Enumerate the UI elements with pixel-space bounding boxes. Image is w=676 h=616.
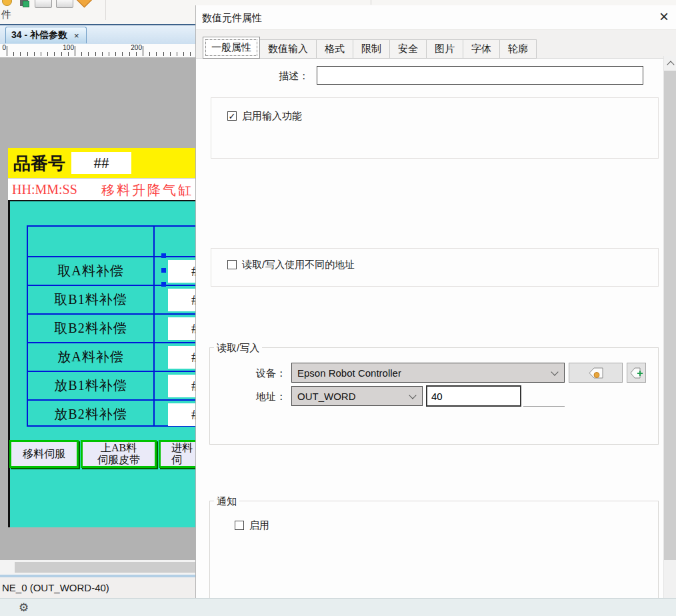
gear-icon[interactable]: ⚙	[19, 601, 29, 615]
device-dropdown[interactable]: Epson Robot Controller	[291, 363, 565, 383]
notification-legend: 通知	[214, 495, 239, 508]
selection-handle[interactable]	[161, 282, 166, 287]
ruler-tick	[13, 52, 14, 56]
tag-edit-icon	[588, 367, 604, 379]
part-number-value: ##	[94, 155, 109, 172]
document-tab[interactable]: 34 - 补偿参数 ×	[5, 27, 87, 43]
ruler-tick	[68, 52, 69, 56]
enable-input-group: ✓ 启用输入功能	[211, 97, 659, 159]
dialog-tabbar: 一般属性数值输入格式限制安全图片字体轮廓	[203, 37, 537, 59]
notification-enable-checkbox[interactable]	[235, 521, 244, 530]
read-write-group: 读取/写入 设备： Epson Robot Controller 地址：	[209, 347, 659, 445]
menu-label[interactable]: 件	[1, 9, 11, 21]
description-label: 描述：	[256, 70, 309, 83]
dialog-tab-7[interactable]: 轮廓	[500, 39, 537, 59]
toolbar-button-icon[interactable]	[56, 0, 73, 8]
ruler-tick	[41, 52, 41, 56]
horizontal-scrollbar[interactable]	[0, 560, 196, 575]
part-number-field[interactable]: ##	[71, 152, 131, 174]
hmi-row-label: 取B1料补偿	[28, 286, 153, 313]
dialog-tab-label: 图片	[435, 43, 455, 55]
selection-handle[interactable]	[161, 268, 166, 273]
hmi-row-label: 放B2料补偿	[28, 401, 153, 428]
ruler-tick	[61, 52, 62, 56]
hmi-button[interactable]: 上AB料伺服皮带	[81, 440, 157, 468]
tag-add-icon	[630, 367, 643, 379]
hmi-button-label: 伺服皮带	[97, 454, 140, 466]
dialog-tab-1[interactable]: 数值输入	[260, 39, 317, 59]
address-value-input[interactable]	[426, 385, 521, 407]
horizontal-ruler: 0100200	[0, 44, 196, 58]
chevron-down-icon	[409, 391, 416, 399]
ruler-tick	[88, 52, 89, 56]
properties-dialog: 数值元件属性 × 一般属性数值输入格式限制安全图片字体轮廓 描述： ✓ 启用输入…	[195, 5, 676, 616]
hmi-button[interactable]: 移料伺服	[9, 440, 79, 468]
chevron-up-icon	[667, 61, 674, 68]
status-bar: NE_0 (OUT_WORD-40)	[0, 577, 196, 598]
edit-device-button[interactable]	[569, 363, 623, 383]
dialog-tab-0[interactable]: 一般属性	[203, 37, 260, 59]
ruler-tick	[129, 52, 130, 56]
dialog-tab-label: 一般属性	[211, 41, 251, 54]
selection-handle[interactable]	[161, 253, 166, 258]
ruler-tick	[27, 52, 28, 56]
dialog-tab-2[interactable]: 格式	[317, 39, 353, 59]
address-type-dropdown[interactable]: OUT_WORD	[291, 386, 423, 406]
ruler-tick	[136, 52, 137, 56]
different-address-group: 读取/写入使用不同的地址	[211, 248, 659, 287]
description-input[interactable]	[317, 66, 643, 85]
toolbar-circle-icon[interactable]	[2, 0, 12, 6]
enable-input-checkbox[interactable]: ✓	[227, 111, 237, 121]
dialog-tab-5[interactable]: 图片	[427, 39, 463, 59]
vertical-scrollbar-thumb[interactable]	[664, 71, 676, 560]
ruler-tick-label: 100	[63, 44, 75, 51]
different-address-label: 读取/写入使用不同的地址	[242, 259, 355, 271]
dialog-tab-label: 格式	[325, 43, 345, 55]
ruler-tick-label: 200	[131, 44, 143, 51]
hmi-button-label: 进料	[171, 442, 193, 454]
document-tab-label: 34 - 补偿参数	[11, 29, 67, 41]
dialog-tab-label: 安全	[398, 43, 418, 55]
different-address-checkbox[interactable]	[227, 260, 237, 269]
ruler-tick	[170, 52, 171, 56]
hmi-button-label: 上AB料	[101, 442, 137, 454]
dialog-tab-3[interactable]: 限制	[353, 39, 390, 59]
ruler-tick	[163, 52, 164, 56]
tab-close-icon[interactable]: ×	[74, 31, 79, 41]
read-write-legend: 读取/写入	[214, 342, 262, 355]
close-icon[interactable]: ×	[659, 7, 669, 26]
toolbar-diamond-icon[interactable]	[76, 0, 92, 8]
address-type-value: OUT_WORD	[292, 391, 356, 402]
ruler-tick	[156, 52, 157, 56]
dialog-tab-6[interactable]: 字体	[463, 39, 500, 59]
scrollbar-up-button[interactable]	[664, 56, 676, 71]
dialog-tab-4[interactable]: 安全	[390, 39, 427, 59]
ruler-tick	[190, 52, 191, 56]
hmi-row-label: 取B2料补偿	[28, 315, 153, 342]
toolbar-separator	[105, 0, 106, 20]
dialog-tab-label: 限制	[361, 43, 381, 55]
add-device-button[interactable]	[627, 363, 646, 383]
hmi-button-label: 伺	[171, 454, 182, 466]
device-label: 设备：	[230, 367, 286, 380]
ruler-tick	[7, 46, 7, 56]
chevron-down-icon	[551, 368, 558, 375]
clock-text: HH:MM:SS	[12, 182, 77, 197]
screen: 件 34 - 补偿参数 × 0100200 品番号： ## HH:MM:SS 移…	[0, 0, 676, 616]
toolbar-element-icon[interactable]	[20, 0, 28, 6]
hmi-row-label: 取A料补偿	[28, 257, 153, 285]
notification-enable-label: 启用	[249, 519, 269, 532]
ruler-tick	[109, 52, 109, 56]
ruler-tick	[34, 52, 35, 56]
device-dropdown-value: Epson Robot Controller	[292, 367, 401, 379]
ruler-tick	[81, 52, 82, 56]
ruler-tick-label: 0	[2, 44, 7, 51]
vertical-scrollbar[interactable]	[663, 56, 676, 616]
enable-input-label: 启用输入功能	[242, 110, 302, 123]
toolbar-button-icon[interactable]	[35, 0, 52, 8]
ruler-tick	[115, 52, 116, 56]
ruler-tick	[177, 52, 177, 56]
dialog-tab-label: 轮廓	[508, 43, 528, 55]
ruler-tick	[143, 46, 143, 56]
dialog-title: 数值元件属性	[202, 12, 262, 25]
